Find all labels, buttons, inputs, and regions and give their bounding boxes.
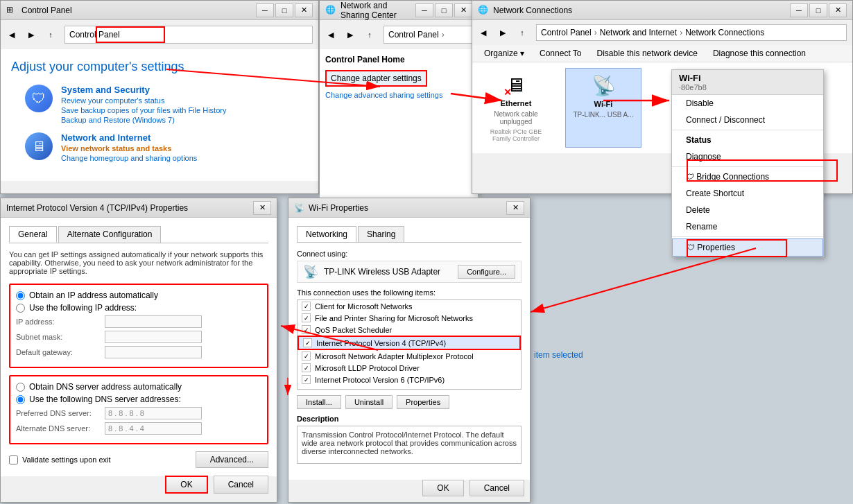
wifi-uninstall-button[interactable]: Uninstall (345, 395, 393, 409)
ipv4-gateway-input[interactable] (105, 346, 202, 358)
ipv4-manual-ip-input[interactable] (16, 304, 25, 313)
ctx-diagnose-item[interactable]: Diagnose (672, 148, 823, 165)
cp-back-button[interactable]: ◀ (3, 27, 20, 42)
nc-disable-button[interactable]: Disable this network device (591, 46, 704, 60)
wifi-connect-label: Connect using: (297, 250, 522, 258)
nc-up-button[interactable]: ↑ (514, 25, 531, 40)
cp-network-title[interactable]: Network and Internet (61, 132, 197, 143)
ctx-shortcut-item[interactable]: Create Shortcut (672, 185, 823, 202)
nc-back-button[interactable]: ◀ (475, 25, 492, 40)
cp-maximize-button[interactable]: □ (275, 3, 293, 17)
wifi-item-1[interactable]: File and Printer Sharing for Microsoft N… (298, 312, 521, 324)
change-advanced-link[interactable]: Change advanced sharing settings (325, 91, 472, 99)
ctx-rename-item[interactable]: Rename (672, 218, 823, 235)
cp-close-button[interactable]: ✕ (295, 3, 313, 17)
wifi-description: Transmission Control Protocol/Internet P… (297, 426, 522, 464)
ipv4-advanced-button[interactable]: Advanced... (196, 451, 268, 468)
ipv4-preferred-dns-row: Preferred DNS server: (16, 407, 261, 419)
nc-minimize-button[interactable]: ─ (790, 3, 808, 17)
wifi-item-6-checkbox[interactable] (302, 375, 311, 384)
nc-wifi-adapter[interactable]: 📡 Wi-Fi TP-LINK... USB A... (565, 68, 641, 148)
wifi-item-2[interactable]: QoS Packet Scheduler (298, 324, 521, 336)
ipv4-ip-input[interactable] (105, 315, 202, 328)
cp-up-button[interactable]: ↑ (42, 27, 59, 42)
wifi-item-6[interactable]: Internet Protocol Version 6 (TCP/IPv6) (298, 374, 521, 385)
wifi-tab-networking[interactable]: Networking (297, 226, 356, 242)
wifi-item-4[interactable]: Microsoft Network Adapter Multiplexor Pr… (298, 350, 521, 362)
nc-close-button[interactable]: ✕ (829, 3, 847, 17)
ipv4-validate-label: Validate settings upon exit (22, 455, 111, 464)
cp-forward-button[interactable]: ▶ (23, 27, 40, 42)
nasc-close-button[interactable]: ✕ (454, 3, 472, 17)
ipv4-preferred-dns-input[interactable] (105, 407, 202, 419)
ipv4-validate-input[interactable] (9, 455, 18, 464)
wifi-install-button[interactable]: Install... (297, 395, 341, 409)
ipv4-tab-general[interactable]: General (9, 226, 57, 243)
wifi-dialog-content: Networking Sharing Connect using: 📡 TP-L… (288, 218, 530, 480)
nc-ethernet-adapter[interactable]: 🖥 ✕ Ethernet Network cable unplugged Rea… (478, 68, 554, 148)
nc-maximize-button[interactable]: □ (809, 3, 827, 17)
ipv4-ok-button[interactable]: OK (165, 476, 207, 494)
ipv4-auto-ip-radio[interactable]: Obtain an IP address automatically (16, 290, 261, 300)
ipv4-auto-dns-radio[interactable]: Obtain DNS server address automatically (16, 382, 261, 392)
nasc-back-button[interactable]: ◀ (322, 27, 339, 42)
ipv4-auto-ip-input[interactable] (16, 291, 25, 300)
nasc-maximize-button[interactable]: □ (435, 3, 453, 17)
ctx-properties-item[interactable]: 🛡 Properties (672, 238, 823, 257)
wifi-item-4-checkbox[interactable] (302, 351, 311, 360)
wifi-items-label: This connection uses the following items… (297, 288, 522, 297)
cp-network-link-0[interactable]: View network status and tasks (61, 144, 197, 153)
wifi-properties-button[interactable]: Properties (397, 395, 449, 409)
ctx-connect-item[interactable]: Connect / Disconnect (672, 112, 823, 128)
wifi-item-0-checkbox[interactable] (302, 302, 311, 311)
ipv4-alternate-dns-input[interactable] (105, 422, 202, 435)
ipv4-manual-dns-input[interactable] (16, 395, 25, 404)
wifi-item-5-checkbox[interactable] (302, 363, 311, 372)
cp-system-link-2[interactable]: Backup and Restore (Windows 7) (61, 116, 226, 124)
ctx-status-item[interactable]: Status (672, 132, 823, 148)
ctx-bridge-item[interactable]: 🛡 Bridge Connections (672, 168, 823, 185)
ipv4-auto-dns-input[interactable] (16, 383, 25, 392)
cp-system-title[interactable]: System and Security (61, 85, 226, 95)
ipv4-cancel-button[interactable]: Cancel (214, 476, 268, 494)
cp-system-link-0[interactable]: Review your computer's status (61, 96, 226, 105)
wifi-item-1-checkbox[interactable] (302, 313, 311, 322)
nc-diagnose-button[interactable]: Diagnose this connection (707, 46, 812, 60)
ctx-disable-item[interactable]: Disable (672, 95, 823, 112)
wifi-adapter-icon: 📡 (303, 264, 318, 279)
ipv4-close-button[interactable]: ✕ (253, 201, 271, 215)
wifi-item-0[interactable]: Client for Microsoft Networks (298, 300, 521, 312)
wifi-items-list: Client for Microsoft Networks File and P… (297, 299, 522, 390)
change-adapter-settings-link[interactable]: Change adapter settings (325, 70, 427, 87)
ipv4-validate-checkbox[interactable]: Validate settings upon exit (9, 455, 111, 464)
wifi-cancel-button[interactable]: Cancel (469, 480, 524, 496)
cp-address-bar[interactable]: Control Panel (64, 26, 313, 44)
ipv4-tab-alternate[interactable]: Alternate Configuration (58, 226, 162, 243)
wifi-item-6-label: Internet Protocol Version 6 (TCP/IPv6) (315, 376, 445, 384)
nc-connect-to-button[interactable]: Connect To (533, 46, 588, 60)
nc-organize-button[interactable]: Organize ▾ (478, 46, 531, 60)
wifi-item-2-checkbox[interactable] (302, 325, 311, 334)
ipv4-subnet-input[interactable] (105, 331, 202, 343)
wifi-item-3-checkbox[interactable] (303, 338, 312, 347)
ipv4-manual-dns-radio[interactable]: Use the following DNS server addresses: (16, 394, 261, 404)
ctx-properties-label: Properties (697, 243, 735, 252)
cp-system-link-1[interactable]: Save backup copies of your files with Fi… (61, 106, 226, 114)
wifi-configure-button[interactable]: Configure... (458, 265, 515, 279)
ipv4-subnet-label: Subnet mask: (16, 333, 99, 341)
cp-minimize-button[interactable]: ─ (256, 3, 274, 17)
nasc-forward-button[interactable]: ▶ (342, 27, 359, 42)
wifi-item-3[interactable]: Internet Protocol Version 4 (TCP/IPv4) (298, 336, 521, 350)
ipv4-manual-ip-radio[interactable]: Use the following IP address: (16, 303, 261, 313)
nc-forward-button[interactable]: ▶ (494, 25, 511, 40)
wifi-item-5[interactable]: Microsoft LLDP Protocol Driver (298, 362, 521, 374)
nasc-minimize-button[interactable]: ─ (415, 3, 433, 17)
ipv4-auto-dns-label: Obtain DNS server address automatically (29, 382, 182, 392)
wifi-close-button[interactable]: ✕ (506, 201, 524, 215)
ctx-delete-item[interactable]: Delete (672, 202, 823, 218)
wifi-tab-sharing[interactable]: Sharing (358, 226, 404, 242)
wifi-ok-button[interactable]: OK (422, 480, 463, 496)
cp-network-link-1[interactable]: Change homegroup and sharing options (61, 154, 197, 162)
nasc-up-button[interactable]: ↑ (361, 27, 378, 42)
nasc-address-bar[interactable]: Control Panel › (384, 26, 472, 44)
